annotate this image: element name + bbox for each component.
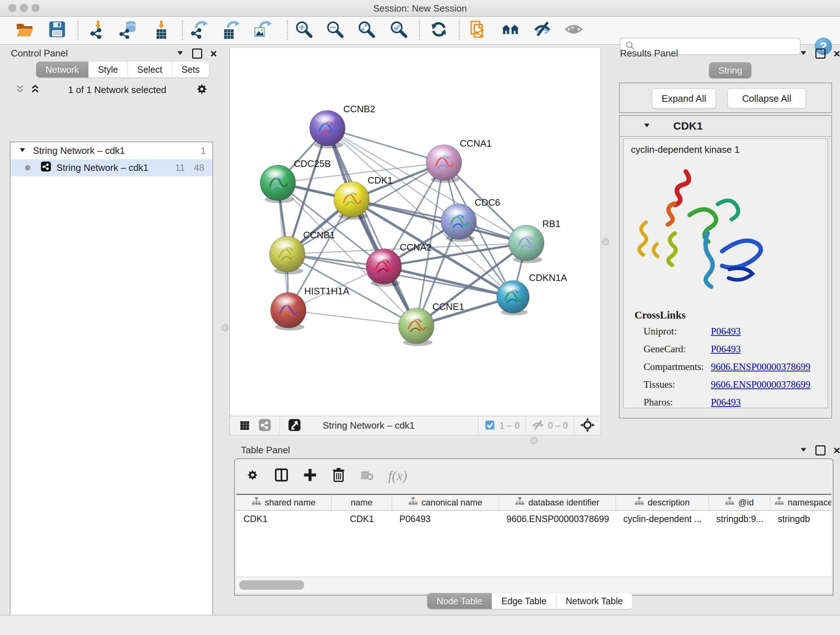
table-hscrollbar[interactable] [236, 578, 831, 593]
options-gear-icon[interactable] [194, 81, 210, 98]
plus-button[interactable] [303, 468, 317, 484]
hierarchy-icon [252, 497, 261, 508]
houses-button[interactable] [500, 19, 521, 41]
crosslink-link[interactable]: P06493 [711, 397, 741, 408]
zoom-selected-button[interactable] [388, 19, 409, 41]
crosslink-link[interactable]: 9606.ENSP00000378699 [711, 361, 810, 372]
node-CCNB1[interactable] [270, 236, 305, 274]
import-database-button[interactable] [118, 19, 139, 41]
collapse-caret-icon[interactable] [643, 121, 651, 131]
trash-button[interactable] [331, 467, 346, 484]
node-table[interactable]: shared namenamecanonical namedatabase id… [236, 494, 831, 576]
save-button[interactable] [46, 19, 68, 41]
tab-style[interactable]: Style [88, 62, 128, 78]
columns-button[interactable] [274, 467, 289, 484]
left-splitter-handle[interactable] [221, 325, 229, 332]
zoom-out-button[interactable] [324, 19, 346, 41]
hscrollbar-thumb[interactable] [239, 580, 304, 590]
network-count: 1 [201, 145, 206, 157]
detach-view-icon[interactable] [288, 418, 301, 433]
crosslink-link[interactable]: P06493 [711, 344, 741, 355]
show-details-button[interactable] [563, 19, 584, 41]
hierarchy-icon [515, 497, 524, 508]
table-row[interactable]: CDK1CDK1P064939606.ENSP00000378699cyclin… [236, 511, 831, 527]
node-CDK1[interactable] [334, 182, 369, 220]
gene-symbol: CDK1 [673, 120, 703, 132]
edge-CCNE1-HIST1H1A[interactable] [288, 310, 416, 326]
crosslink-link[interactable]: 9606.ENSP00000378699 [711, 379, 810, 390]
gear-button[interactable] [245, 467, 260, 484]
node-RB1[interactable] [508, 225, 544, 263]
open-folder-button[interactable] [14, 19, 35, 41]
fx-button[interactable]: f(x) [388, 468, 407, 484]
fit-selected-crosshair-icon[interactable] [580, 418, 595, 434]
tab-network-table[interactable]: Network Table [556, 593, 632, 609]
birdseye-grid-icon[interactable] [239, 418, 252, 433]
close-panel-button[interactable]: × [210, 50, 217, 57]
refresh-button[interactable] [428, 19, 450, 41]
control-panel-tabs: NetworkStyleSelectSets [36, 62, 209, 78]
tab-string[interactable]: String [709, 62, 752, 78]
expand-caret-icon[interactable] [19, 145, 27, 157]
gene-header[interactable]: CDK1 [620, 116, 831, 137]
table-delete-button[interactable] [360, 468, 374, 484]
export-table-icon [221, 20, 240, 40]
column-header-namespace[interactable]: namespace [771, 495, 831, 510]
panel-menu-caret-icon[interactable] [799, 49, 807, 58]
float-panel-button[interactable] [815, 445, 826, 455]
selected-checkbox-icon[interactable] [485, 420, 495, 432]
float-panel-button[interactable] [192, 49, 202, 59]
right-splitter-handle[interactable] [602, 238, 609, 245]
import-table-button[interactable] [150, 19, 172, 41]
node-CDC25B[interactable] [260, 165, 295, 203]
view-status-dot [25, 165, 30, 171]
expand-collapse-box: Expand All Collapse All [619, 82, 832, 113]
network-list-item[interactable]: String Network – cdk1 11 48 [11, 159, 212, 176]
tab-select[interactable]: Select [128, 62, 172, 78]
column-header-description[interactable]: description [616, 495, 709, 510]
node-label-CCNA1: CCNA1 [460, 138, 492, 149]
node-CCNE1[interactable] [399, 308, 434, 346]
panel-menu-caret-icon[interactable] [176, 49, 184, 58]
tab-network[interactable]: Network [36, 62, 88, 78]
float-panel-button[interactable] [815, 49, 826, 59]
open-folder-icon [15, 20, 34, 40]
crosslink-link[interactable]: P06493 [711, 326, 741, 337]
edge-CCNB2-CCNA1[interactable] [327, 128, 444, 163]
main-toolbar: ? [0, 17, 840, 45]
tab-sets[interactable]: Sets [172, 62, 209, 78]
toolbar-separator [287, 20, 288, 40]
export-image-button[interactable] [251, 19, 273, 41]
column-header-canonical-name[interactable]: canonical name [392, 495, 499, 510]
expand-all-button[interactable]: Expand All [652, 88, 716, 109]
panel-menu-caret-icon[interactable] [799, 446, 807, 455]
zoom-in-button[interactable] [293, 19, 315, 41]
node-CDKN1A[interactable] [497, 280, 529, 315]
column-header-name[interactable]: name [332, 495, 392, 510]
column-header-database-identifier[interactable]: database identifier [499, 495, 616, 510]
show-details-icon [564, 20, 583, 40]
column-header-shared-name[interactable]: shared name [236, 495, 332, 510]
collapse-all-icon[interactable] [15, 84, 25, 96]
network-canvas[interactable]: CCNB2 CCNA1 CDC25B [229, 48, 601, 416]
collapse-all-button[interactable]: Collapse All [728, 88, 806, 109]
table-toolbar: f(x) [235, 459, 833, 492]
close-panel-button[interactable]: × [834, 447, 840, 454]
tab-edge-table[interactable]: Edge Table [492, 593, 556, 609]
zoom-fit-button[interactable] [355, 19, 377, 41]
close-panel-button[interactable]: × [834, 50, 840, 57]
node-CCNA1[interactable] [426, 145, 462, 183]
import-database-icon [119, 20, 138, 40]
collection-list-item[interactable]: String Network – cdk1 1 [11, 142, 212, 159]
import-network-button[interactable] [87, 19, 109, 41]
node-HIST1H1A[interactable] [271, 293, 306, 331]
export-table-button[interactable] [219, 19, 241, 41]
export-network-button[interactable] [188, 19, 210, 41]
expand-all-icon[interactable] [30, 84, 40, 96]
copy-network-button[interactable] [467, 19, 489, 41]
cell-namespace: stringdb [771, 514, 831, 524]
hide-items-button[interactable] [531, 19, 553, 41]
node-CCNA2[interactable] [366, 249, 401, 287]
tab-node-table[interactable]: Node Table [427, 593, 492, 609]
column-header--id[interactable]: @id [709, 495, 771, 510]
